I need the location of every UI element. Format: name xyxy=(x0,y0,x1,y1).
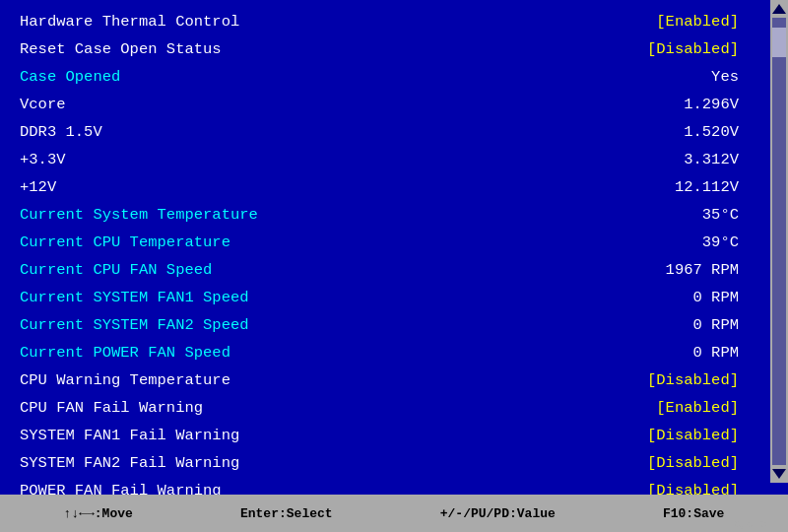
table-row[interactable]: SYSTEM FAN2 Fail Warning[Disabled] xyxy=(12,449,776,477)
table-row[interactable]: Reset Case Open Status[Disabled] xyxy=(12,35,776,63)
table-row[interactable]: DDR3 1.5V1.520V xyxy=(12,118,776,146)
nav-item: +/-/PU/PD:Value xyxy=(440,506,556,521)
row-value: Yes xyxy=(630,65,768,89)
nav-item: F10:Save xyxy=(663,506,724,521)
row-label: +12V xyxy=(20,175,355,199)
row-label: Current CPU FAN Speed xyxy=(20,258,355,282)
row-value: 12.112V xyxy=(630,175,768,199)
table-row[interactable]: Current CPU Temperature39°C xyxy=(12,229,776,256)
row-label: Current SYSTEM FAN1 Speed xyxy=(20,286,355,309)
row-value: 0 RPM xyxy=(630,341,768,365)
row-label: DDR3 1.5V xyxy=(20,120,355,144)
table-row[interactable]: CPU Warning Temperature[Disabled] xyxy=(12,366,776,394)
table-row[interactable]: CPU FAN Fail Warning[Enabled] xyxy=(12,394,776,422)
bios-settings-table: Hardware Thermal Control[Enabled]Reset C… xyxy=(0,8,788,532)
corner-label: a,c c xyxy=(734,518,766,530)
row-label: Case Opened xyxy=(20,65,355,89)
row-value: 1.520V xyxy=(630,120,768,144)
table-row[interactable]: Current SYSTEM FAN1 Speed0 RPM xyxy=(12,284,776,311)
table-row[interactable]: Vcore1.296V xyxy=(12,91,776,118)
row-value: 3.312V xyxy=(630,148,768,171)
row-label: Hardware Thermal Control xyxy=(20,10,355,33)
row-label: Current POWER FAN Speed xyxy=(20,341,355,365)
table-row[interactable]: +12V12.112V xyxy=(12,173,776,201)
row-value: [Enabled] xyxy=(630,396,768,420)
row-label: SYSTEM FAN2 Fail Warning xyxy=(20,451,355,475)
row-value: [Enabled] xyxy=(630,10,768,33)
table-row[interactable]: Current POWER FAN Speed0 RPM xyxy=(12,339,776,366)
row-value: [Disabled] xyxy=(630,368,768,392)
row-label: Current System Temperature xyxy=(20,203,355,227)
table-row[interactable]: Current SYSTEM FAN2 Speed0 RPM xyxy=(12,311,776,339)
nav-item: ↑↓←→:Move xyxy=(64,506,133,521)
scroll-up-arrow[interactable] xyxy=(772,4,786,14)
bios-screen: Hardware Thermal Control[Enabled]Reset C… xyxy=(0,0,788,532)
row-value: 35°C xyxy=(630,203,768,227)
row-value: 1967 RPM xyxy=(630,258,768,282)
row-label: SYSTEM FAN1 Fail Warning xyxy=(20,424,355,447)
table-row[interactable]: Current CPU FAN Speed1967 RPM xyxy=(12,256,776,284)
table-row[interactable]: Current System Temperature35°C xyxy=(12,201,776,229)
row-label: Current SYSTEM FAN2 Speed xyxy=(20,313,355,337)
table-row[interactable]: +3.3V3.312V xyxy=(12,146,776,173)
row-label: Reset Case Open Status xyxy=(20,37,355,61)
row-value: 0 RPM xyxy=(630,313,768,337)
row-label: Current CPU Temperature xyxy=(20,231,355,254)
nav-item: Enter:Select xyxy=(240,506,333,521)
row-value: [Disabled] xyxy=(630,424,768,447)
row-label: CPU Warning Temperature xyxy=(20,368,355,392)
scrollbar[interactable] xyxy=(770,0,788,483)
table-row[interactable]: Case OpenedYes xyxy=(12,63,776,91)
scrollbar-track xyxy=(772,18,786,465)
scrollbar-thumb[interactable] xyxy=(772,28,786,57)
row-value: 39°C xyxy=(630,231,768,254)
row-value: 1.296V xyxy=(630,93,768,116)
table-row[interactable]: SYSTEM FAN1 Fail Warning[Disabled] xyxy=(12,422,776,449)
row-label: +3.3V xyxy=(20,148,355,171)
scroll-down-arrow[interactable] xyxy=(772,469,786,479)
row-value: [Disabled] xyxy=(630,37,768,61)
row-label: CPU FAN Fail Warning xyxy=(20,396,355,420)
row-value: 0 RPM xyxy=(630,286,768,309)
navigation-bar: ↑↓←→:MoveEnter:Select+/-/PU/PD:ValueF10:… xyxy=(0,495,788,532)
table-row[interactable]: Hardware Thermal Control[Enabled] xyxy=(12,8,776,35)
row-value: [Disabled] xyxy=(630,451,768,475)
row-label: Vcore xyxy=(20,93,355,116)
